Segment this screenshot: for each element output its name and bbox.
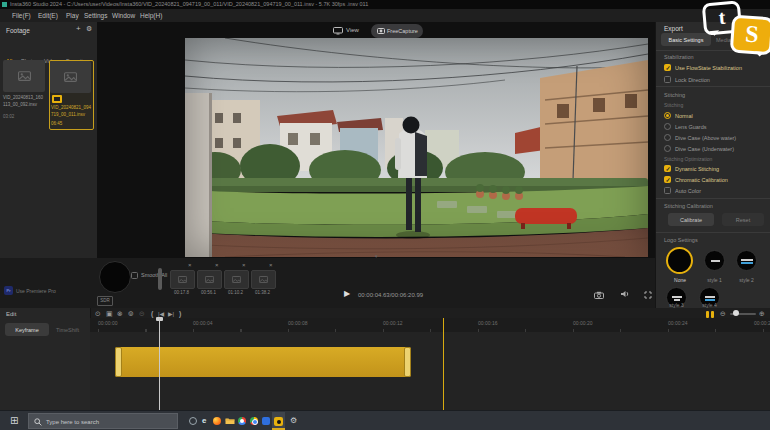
timeline-ruler[interactable]: 00:00:00 00:00:04 00:00:08 00:00:12 00:0… — [90, 318, 770, 332]
keyframe-time: 00:17.8 — [170, 290, 193, 295]
file-explorer-icon[interactable] — [225, 417, 235, 425]
keyframe-card[interactable] — [224, 270, 249, 289]
taskbar-search-box[interactable]: Type here to search — [28, 413, 178, 429]
radio-dive-above-label[interactable]: Dive Case (Above water) — [675, 135, 736, 141]
keyframe-time: 01:10.2 — [224, 290, 247, 295]
radio-dive-above[interactable] — [664, 134, 671, 141]
add-footage-icon[interactable]: + — [76, 24, 81, 33]
logo-option-style1[interactable] — [704, 250, 725, 271]
logo-option-none[interactable] — [666, 247, 693, 274]
ruler-label: 00:00:16 — [478, 320, 497, 326]
timeline-left-panel: Edit Keyframe TimeShift — [0, 308, 91, 410]
premiere-plugin-icon[interactable]: Pr — [4, 286, 13, 295]
insta360-studio-taskbar-icon[interactable] — [274, 417, 283, 426]
keyframe-card[interactable] — [197, 270, 222, 289]
radio-lens-guards[interactable] — [664, 123, 671, 130]
radio-lens-guards-label[interactable]: Lens Guards — [675, 124, 707, 130]
photos-icon[interactable] — [238, 417, 246, 425]
dynamic-stitching-label[interactable]: Dynamic Stitching — [675, 166, 719, 172]
watermark-letter: S — [744, 21, 759, 48]
clip-trim-handle-right[interactable] — [404, 347, 411, 377]
chrome-icon[interactable] — [250, 417, 258, 425]
lock-direction-checkbox[interactable] — [664, 76, 671, 83]
start-button-icon[interactable]: ⊞ — [10, 415, 18, 426]
timeline-zoom-slider-knob[interactable] — [733, 310, 739, 316]
stitching-subheader: Stitching — [664, 102, 683, 108]
flowstate-label[interactable]: Use FlowState Stabilization — [675, 65, 742, 71]
plugin-note-label[interactable]: Use Premiere Pro — [16, 288, 56, 294]
auto-color-label[interactable]: Auto Color — [675, 188, 701, 194]
radio-normal[interactable] — [664, 112, 671, 119]
view-sphere-preview[interactable] — [99, 261, 131, 293]
gear-icon[interactable]: ⚙ — [86, 25, 92, 33]
radio-dive-under[interactable] — [664, 145, 671, 152]
calibrate-button[interactable]: Calibrate — [668, 213, 714, 226]
tab-timeshift[interactable]: TimeShift — [56, 327, 79, 333]
ruler-label: 00:00:12 — [383, 320, 402, 326]
video-thumbnail — [50, 61, 91, 93]
clip-mode-icon[interactable] — [711, 311, 714, 318]
lock-direction-label[interactable]: Lock Direction — [675, 77, 710, 83]
flowstate-checkbox[interactable] — [664, 64, 671, 71]
logo-style1-label: style 1 — [704, 277, 725, 283]
edge-icon[interactable]: e — [202, 416, 206, 425]
search-placeholder: Type here to search — [46, 419, 99, 425]
title-bar: Insta360 Studio 2024 - C:/Users/user/Vid… — [0, 0, 770, 9]
menu-play[interactable]: Play — [66, 12, 79, 19]
auto-color-checkbox[interactable] — [664, 187, 671, 194]
close-icon[interactable]: × — [188, 262, 192, 268]
footage-item[interactable]: VID_20240813_160 113_00_092.insv 03:02 — [3, 60, 45, 126]
cortana-icon[interactable] — [189, 417, 197, 425]
marker-line[interactable] — [443, 318, 444, 410]
chromatic-calibration-label[interactable]: Chromatic Calibration — [675, 177, 728, 183]
settings-gear-icon[interactable]: ⚙ — [290, 416, 297, 425]
footage-item-selected[interactable]: VID_20240821_094 719_00_011.insv 06:45 — [49, 60, 94, 130]
image-placeholder-icon — [259, 276, 268, 283]
stitching-optimization-subheader: Stitching Optimization — [664, 156, 712, 162]
file-name-line1: VID_20240821_094 — [51, 105, 91, 110]
footage-panel-title: Footage — [6, 27, 30, 34]
freecapture-button[interactable]: FreeCapture — [371, 24, 423, 38]
insv-file-badge — [52, 95, 62, 103]
logo-option-style2[interactable] — [736, 250, 757, 271]
close-icon[interactable]: × — [269, 262, 273, 268]
menu-edit[interactable]: Edit(E) — [38, 12, 58, 19]
volume-icon[interactable] — [620, 290, 630, 298]
tab-basic-settings[interactable]: Basic Settings — [661, 33, 711, 46]
keyframe-card[interactable] — [170, 270, 195, 289]
playhead-line[interactable] — [159, 318, 160, 410]
menu-file[interactable]: File(F) — [12, 12, 31, 19]
close-icon[interactable]: × — [215, 262, 219, 268]
close-icon[interactable]: × — [242, 262, 246, 268]
clip-trim-handle-left[interactable] — [115, 347, 122, 377]
ruler-label: 00:00:04 — [193, 320, 212, 326]
watermark-letter: t — [718, 6, 727, 28]
video-viewport[interactable] — [185, 38, 648, 257]
keyframe-card[interactable] — [251, 270, 276, 289]
strip-scroll-handle[interactable] — [158, 268, 162, 290]
view-button[interactable]: View — [346, 27, 359, 33]
menu-settings[interactable]: Settings — [84, 12, 108, 19]
smooth-all-checkbox[interactable] — [131, 272, 138, 279]
blue-app-icon[interactable] — [262, 417, 270, 425]
export-header: Export — [664, 25, 683, 32]
image-placeholder-icon — [232, 276, 241, 283]
left-bottom-strip: Pr Use Premiere Pro — [0, 258, 98, 308]
image-placeholder-icon — [205, 276, 214, 283]
play-button[interactable]: ▶ — [344, 289, 350, 298]
tab-keyframe[interactable]: Keyframe — [5, 323, 49, 336]
dynamic-stitching-checkbox[interactable] — [664, 165, 671, 172]
radio-dive-under-label[interactable]: Dive Case (Underwater) — [675, 146, 734, 152]
fullscreen-icon[interactable] — [644, 291, 652, 299]
search-icon — [34, 418, 42, 426]
chromatic-calibration-checkbox[interactable] — [664, 176, 671, 183]
screenshot-camera-icon[interactable] — [594, 291, 604, 299]
clip-mode-icon[interactable] — [706, 311, 709, 318]
menu-help[interactable]: Help(H) — [140, 12, 162, 19]
radio-normal-label[interactable]: Normal — [675, 113, 693, 119]
windows-taskbar: ⊞ Type here to search e ⚙ — [0, 410, 770, 430]
menu-window[interactable]: Window — [112, 12, 135, 19]
firefox-icon[interactable] — [213, 417, 221, 425]
divider — [656, 198, 770, 199]
reset-button[interactable]: Reset — [722, 213, 764, 226]
